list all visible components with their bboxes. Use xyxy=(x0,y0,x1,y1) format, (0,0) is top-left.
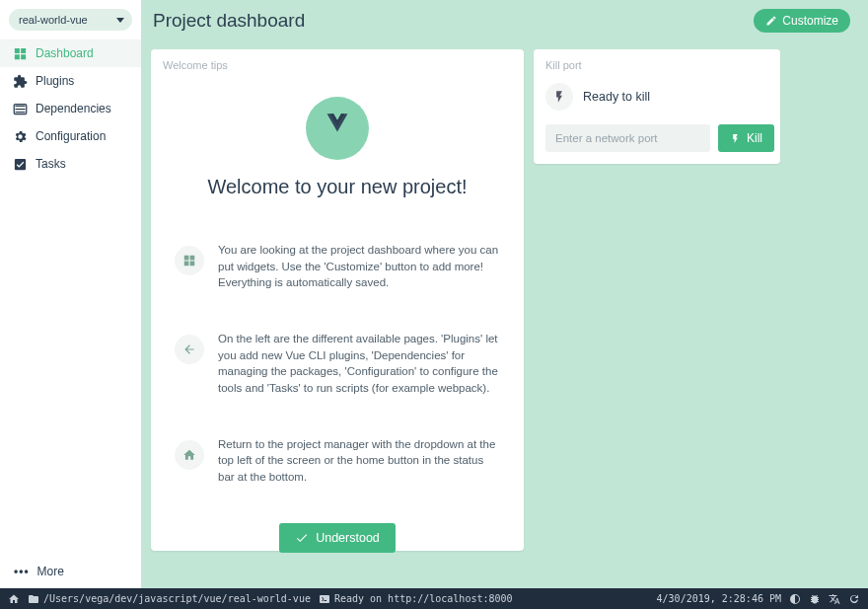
header: Project dashboard Customize xyxy=(141,0,868,41)
understood-label: Understood xyxy=(316,531,380,545)
customize-label: Customize xyxy=(782,14,838,28)
folder-icon xyxy=(28,593,39,605)
kill-label: Kill xyxy=(747,131,762,145)
welcome-tip-3: Return to the project manager with the d… xyxy=(151,424,524,495)
statusbar-refresh-button[interactable] xyxy=(848,593,860,605)
more-label: More xyxy=(37,565,64,578)
kill-port-status-text: Ready to kill xyxy=(583,90,650,104)
tip-text: You are looking at the project dashboard… xyxy=(218,242,500,291)
terminal-icon xyxy=(319,593,330,605)
translate-icon xyxy=(829,593,840,605)
welcome-tips-card: Welcome tips Welcome to your new project… xyxy=(151,49,524,551)
contrast-icon xyxy=(789,593,801,605)
bug-icon xyxy=(809,593,821,605)
project-select-dropdown[interactable]: real-world-vue xyxy=(9,9,132,31)
sidebar-item-plugins[interactable]: Plugins xyxy=(0,67,141,95)
dashboard-icon xyxy=(12,45,28,61)
welcome-tip-2: On the left are the different available … xyxy=(151,319,524,407)
sidebar-item-label: Plugins xyxy=(36,74,74,88)
sidebar-item-dependencies[interactable]: Dependencies xyxy=(0,95,141,122)
sidebar-item-label: Tasks xyxy=(36,157,66,171)
sidebar-item-label: Configuration xyxy=(36,129,106,143)
more-icon: ••• xyxy=(14,565,30,578)
bolt-icon xyxy=(545,83,573,111)
customize-button[interactable]: Customize xyxy=(754,9,850,33)
sidebar-item-dashboard[interactable]: Dashboard xyxy=(0,39,141,67)
chevron-down-icon xyxy=(116,18,124,23)
dashboard-tip-icon xyxy=(175,246,204,275)
pencil-icon xyxy=(765,15,777,27)
statusbar-log[interactable]: Ready on http://localhost:8000 xyxy=(319,593,513,605)
statusbar-theme-button[interactable] xyxy=(789,593,801,605)
welcome-card-title: Welcome tips xyxy=(151,49,524,71)
statusbar-path-text: /Users/vega/dev/javascript/vue/real-worl… xyxy=(43,593,311,604)
vue-logo-icon xyxy=(306,97,369,160)
tasks-icon xyxy=(12,156,28,172)
kill-port-input[interactable] xyxy=(545,124,710,152)
tip-text: On the left are the different available … xyxy=(218,331,500,397)
page-title: Project dashboard xyxy=(153,10,754,32)
dependencies-icon xyxy=(12,101,28,116)
kill-button[interactable]: Kill xyxy=(718,124,774,152)
home-tip-icon xyxy=(175,440,204,470)
sidebar-item-configuration[interactable]: Configuration xyxy=(0,122,141,150)
arrow-left-tip-icon xyxy=(175,335,204,364)
refresh-icon xyxy=(848,593,860,605)
kill-port-status: Ready to kill xyxy=(534,71,780,118)
statusbar-bug-button[interactable] xyxy=(809,593,821,605)
sidebar-item-label: Dependencies xyxy=(36,102,111,115)
sidebar: real-world-vue Dashboard Plugins xyxy=(0,0,141,588)
kill-port-card: Kill port Ready to kill Kill xyxy=(534,49,780,164)
welcome-tip-1: You are looking at the project dashboard… xyxy=(151,230,524,301)
tip-text: Return to the project manager with the d… xyxy=(218,436,500,486)
project-name: real-world-vue xyxy=(19,14,88,26)
statusbar-path[interactable]: /Users/vega/dev/javascript/vue/real-worl… xyxy=(28,593,311,605)
sidebar-item-label: Dashboard xyxy=(36,46,94,60)
sidebar-item-tasks[interactable]: Tasks xyxy=(0,150,141,178)
configuration-icon xyxy=(12,128,28,144)
plugins-icon xyxy=(12,73,28,89)
bolt-icon xyxy=(730,133,741,144)
welcome-heading: Welcome to your new project! xyxy=(151,176,524,198)
statusbar-translate-button[interactable] xyxy=(829,593,840,605)
check-icon xyxy=(295,531,309,545)
sidebar-more[interactable]: ••• More xyxy=(0,555,141,588)
kill-port-card-title: Kill port xyxy=(534,49,780,71)
status-bar: /Users/vega/dev/javascript/vue/real-worl… xyxy=(0,588,868,609)
statusbar-log-text: Ready on http://localhost:8000 xyxy=(334,593,513,604)
statusbar-datetime: 4/30/2019, 2:28:46 PM xyxy=(657,593,781,604)
sidebar-nav: Dashboard Plugins Dependencies Configura… xyxy=(0,39,141,555)
home-icon xyxy=(8,593,20,605)
statusbar-home-button[interactable] xyxy=(8,593,20,605)
understood-button[interactable]: Understood xyxy=(279,523,396,553)
